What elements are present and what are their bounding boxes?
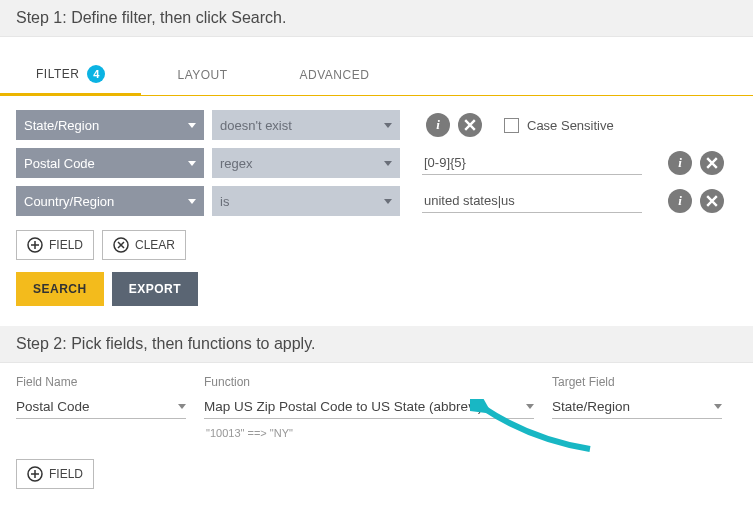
step1-header: Step 1: Define filter, then click Search…: [0, 0, 753, 37]
col-field-name: Field Name Postal Code: [16, 375, 186, 419]
info-icon[interactable]: i: [668, 189, 692, 213]
tab-advanced[interactable]: ADVANCED: [264, 55, 406, 95]
operator-select[interactable]: regex: [212, 148, 400, 178]
step2-columns: Field Name Postal Code Function Map US Z…: [0, 363, 753, 423]
function-select[interactable]: Map US Zip Postal Code to US State (abbr…: [204, 395, 534, 419]
add-field-button[interactable]: FIELD: [16, 459, 94, 489]
target-value: State/Region: [552, 399, 630, 414]
search-actions: SEARCH EXPORT: [0, 262, 753, 322]
field-select[interactable]: Country/Region: [16, 186, 204, 216]
tabs: FILTER 4 LAYOUT ADVANCED: [0, 55, 753, 96]
case-sensitive-checkbox[interactable]: Case Sensitive: [504, 118, 614, 133]
col-function: Function Map US Zip Postal Code to US St…: [204, 375, 534, 419]
function-header: Function: [204, 375, 534, 389]
value-input[interactable]: [422, 151, 642, 175]
col-target: Target Field State/Region: [552, 375, 722, 419]
checkbox-box: [504, 118, 519, 133]
operator-select-value: regex: [220, 156, 253, 171]
field-select-value: Postal Code: [24, 156, 95, 171]
info-icon[interactable]: i: [426, 113, 450, 137]
clear-label: CLEAR: [135, 238, 175, 252]
export-button[interactable]: EXPORT: [112, 272, 198, 306]
function-example: "10013" ==> "NY": [0, 423, 753, 451]
step2-actions: FIELD: [0, 451, 753, 503]
x-circle-icon: [113, 237, 129, 253]
tab-filter-label: FILTER: [36, 67, 79, 81]
filter-row: State/Region doesn't exist i Case Sensit…: [16, 110, 737, 140]
field-name-select[interactable]: Postal Code: [16, 395, 186, 419]
operator-select[interactable]: is: [212, 186, 400, 216]
case-sensitive-label: Case Sensitive: [527, 118, 614, 133]
plus-circle-icon: [27, 237, 43, 253]
add-field-label: FIELD: [49, 467, 83, 481]
field-select-value: Country/Region: [24, 194, 114, 209]
delete-row-icon[interactable]: [700, 189, 724, 213]
step2-header: Step 2: Pick fields, then functions to a…: [0, 326, 753, 363]
delete-row-icon[interactable]: [700, 151, 724, 175]
filter-row: Country/Region is i: [16, 186, 737, 216]
target-header: Target Field: [552, 375, 722, 389]
add-field-button[interactable]: FIELD: [16, 230, 94, 260]
function-value: Map US Zip Postal Code to US State (abbr…: [204, 399, 482, 414]
delete-row-icon[interactable]: [458, 113, 482, 137]
field-name-header: Field Name: [16, 375, 186, 389]
field-name-value: Postal Code: [16, 399, 90, 414]
operator-select[interactable]: doesn't exist: [212, 110, 400, 140]
field-select[interactable]: Postal Code: [16, 148, 204, 178]
info-icon[interactable]: i: [668, 151, 692, 175]
search-button[interactable]: SEARCH: [16, 272, 104, 306]
clear-button[interactable]: CLEAR: [102, 230, 186, 260]
value-input[interactable]: [422, 189, 642, 213]
filter-count-badge: 4: [87, 65, 105, 83]
target-select[interactable]: State/Region: [552, 395, 722, 419]
operator-select-value: is: [220, 194, 229, 209]
add-field-label: FIELD: [49, 238, 83, 252]
filter-rows: State/Region doesn't exist i Case Sensit…: [0, 96, 753, 228]
filter-row: Postal Code regex i: [16, 148, 737, 178]
tab-filter[interactable]: FILTER 4: [0, 55, 141, 96]
plus-circle-icon: [27, 466, 43, 482]
field-actions: FIELD CLEAR: [0, 228, 753, 262]
operator-select-value: doesn't exist: [220, 118, 292, 133]
field-select[interactable]: State/Region: [16, 110, 204, 140]
tab-layout[interactable]: LAYOUT: [141, 55, 263, 95]
field-select-value: State/Region: [24, 118, 99, 133]
